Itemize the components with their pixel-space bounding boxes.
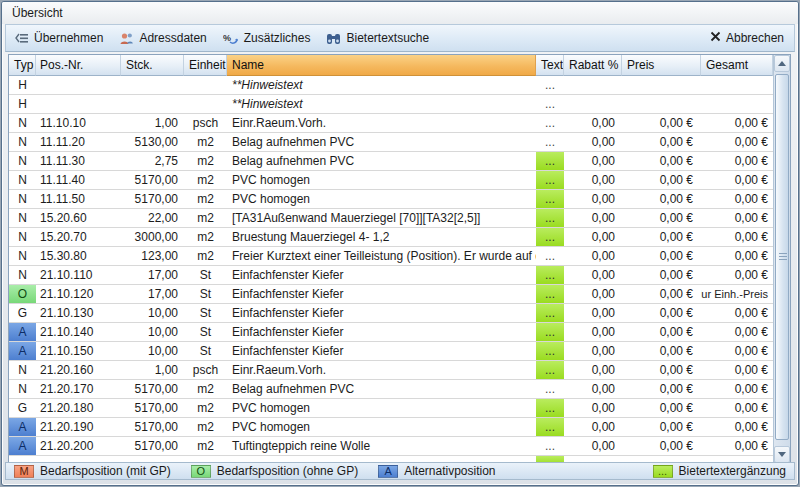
cell-name: Einfachfenster Kiefer	[227, 266, 536, 284]
cell-rabatt: 0,00	[564, 228, 622, 246]
cell-text[interactable]: ...	[536, 190, 564, 208]
cell-typ: N	[9, 133, 36, 151]
cell-gesamt: 0,00 €	[701, 418, 773, 436]
cell-name: Einr.Raeum.Vorh.	[227, 361, 536, 379]
zusaetzliches-button[interactable]: % Zusätzliches	[215, 28, 319, 48]
scroll-up-button[interactable]	[774, 55, 790, 72]
table-row[interactable]: N11.11.405170,00m2PVC homogen...0,000,00…	[9, 171, 773, 190]
column-header-einheit[interactable]: Einheit	[184, 55, 227, 76]
bietertextsuche-button[interactable]: Bietertextsuche	[318, 28, 437, 48]
name-text: Einr.Raeum.Vorh.	[232, 363, 326, 377]
cell-stck: 1,00	[121, 114, 184, 132]
column-header-typ[interactable]: Typ	[9, 55, 36, 76]
abbrechen-button[interactable]: Abbrechen	[700, 28, 794, 48]
cell-rabatt: 0,00	[564, 285, 622, 303]
cell-text[interactable]: ...	[536, 76, 564, 94]
cell-text[interactable]: ...	[536, 323, 564, 341]
cell-text[interactable]: ...	[536, 114, 564, 132]
cell-rabatt: 0,00	[564, 114, 622, 132]
typ-badge: A	[9, 437, 36, 455]
adressdaten-button[interactable]: Adressdaten	[111, 28, 214, 48]
table-row[interactable]: G21.10.13010,00StEinfachfenster Kiefer..…	[9, 304, 773, 323]
uebernehmen-button[interactable]: Übernehmen	[6, 28, 111, 48]
table-row[interactable]: N15.30.80123,00m2Freier Kurztext einer T…	[9, 247, 773, 266]
table-row[interactable]: N21.20.1601,00pschEinr.Raeum.Vorh....0,0…	[9, 361, 773, 380]
cell-einheit: m2	[184, 437, 227, 455]
cell-einheit: m2	[184, 190, 227, 208]
column-header-pos-nr[interactable]: Pos.-Nr.	[36, 55, 121, 76]
column-header-rabatt[interactable]: Rabatt %	[564, 55, 622, 76]
typ-badge: N	[9, 133, 36, 151]
cell-stck: 5170,00	[121, 190, 184, 208]
table-row[interactable]: A21.20.2005170,00m2Tuftingteppich reine …	[9, 437, 773, 456]
cell-preis: 0,00 €	[622, 133, 701, 151]
vertical-scrollbar[interactable]	[773, 55, 790, 463]
cell-text[interactable]: ...	[536, 266, 564, 284]
column-header-name[interactable]: Name	[227, 55, 536, 76]
column-header-gesamt[interactable]: Gesamt	[701, 55, 773, 76]
cell-text[interactable]: ...	[536, 304, 564, 322]
address-contact-icon	[119, 32, 134, 45]
scroll-down-button[interactable]	[774, 446, 790, 463]
cell-text[interactable]: ...	[536, 285, 564, 303]
table-row[interactable]: A21.10.15010,00StEinfachfenster Kiefer..…	[9, 342, 773, 361]
table-row[interactable]: O21.10.12017,00StEinfachfenster Kiefer..…	[9, 285, 773, 304]
binoculars-search-icon	[326, 32, 341, 45]
table-row[interactable]: N21.20.1705170,00m2Belag aufnehmen PVC..…	[9, 380, 773, 399]
cell-text[interactable]: ...	[536, 95, 564, 113]
cell-text[interactable]: ...	[536, 171, 564, 189]
column-header-preis[interactable]: Preis	[622, 55, 701, 76]
cell-typ: G	[9, 399, 36, 417]
arrow-down-icon	[778, 452, 786, 457]
table-row[interactable]: N11.11.505170,00m2PVC homogen...0,000,00…	[9, 190, 773, 209]
cell-text[interactable]: ...	[536, 437, 564, 455]
cell-text[interactable]: ...	[536, 418, 564, 436]
cell-text[interactable]: ...	[536, 361, 564, 379]
table-row[interactable]: N15.20.703000,00m2Bruestung Mauerziegel …	[9, 228, 773, 247]
table-row[interactable]: N11.11.205130,00m2Belag aufnehmen PVC...…	[9, 133, 773, 152]
cell-typ: A	[9, 418, 36, 436]
typ-badge: N	[9, 114, 36, 132]
scrollbar-thumb[interactable]	[775, 74, 789, 440]
cell-stck: 3000,00	[121, 228, 184, 246]
table-row[interactable]: A21.20.1905170,00m2PVC homogen...0,000,0…	[9, 418, 773, 437]
table-row[interactable]: N21.10.11017,00StEinfachfenster Kiefer..…	[9, 266, 773, 285]
cell-pos: 21.20.190	[36, 418, 121, 436]
uebernehmen-label: Übernehmen	[34, 31, 103, 45]
cell-text[interactable]: ...	[536, 209, 564, 227]
cell-text[interactable]: ...	[536, 399, 564, 417]
table-row[interactable]: G21.20.1805170,00m2PVC homogen...0,000,0…	[9, 399, 773, 418]
typ-badge: H	[9, 95, 36, 113]
cell-name: Belag aufnehmen PVC	[227, 133, 536, 151]
name-text: Einfachfenster Kiefer	[232, 325, 343, 339]
cell-gesamt: 0,00 €	[701, 266, 773, 284]
cell-einheit: m2	[184, 399, 227, 417]
table-row[interactable]: N11.10.101,00pschEinr.Raeum.Vorh....0,00…	[9, 114, 773, 133]
legend-a-badge: A	[378, 465, 398, 478]
table-row[interactable]: H**Hinweistext...	[9, 76, 773, 95]
table-row[interactable]: N15.20.6022,00m2[TA31Außenwand Mauerzieg…	[9, 209, 773, 228]
cell-rabatt: 0,00	[564, 133, 622, 151]
cell-rabatt: 0,00	[564, 304, 622, 322]
cell-text[interactable]: ...	[536, 133, 564, 151]
typ-badge: H	[9, 76, 36, 94]
cell-text[interactable]: ...	[536, 342, 564, 360]
cell-preis: 0,00 €	[622, 152, 701, 170]
column-header-stck[interactable]: Stck.	[121, 55, 184, 76]
column-header-text[interactable]: Text	[536, 55, 564, 76]
cell-preis: 0,00 €	[622, 418, 701, 436]
cell-text[interactable]: ...	[536, 152, 564, 170]
cell-text[interactable]: ...	[536, 380, 564, 398]
name-text: Freier Kurztext einer Teilleistung (Posi…	[232, 249, 536, 263]
typ-badge: O	[9, 285, 36, 303]
cell-preis: 0,00 €	[622, 437, 701, 455]
typ-badge: A	[9, 418, 36, 436]
table-row[interactable]: N11.11.302,75m2Belag aufnehmen PVC...0,0…	[9, 152, 773, 171]
table-row[interactable]: H**Hinweistext...	[9, 95, 773, 114]
abbrechen-label: Abbrechen	[726, 31, 784, 45]
name-text: PVC homogen	[232, 192, 310, 206]
cell-text[interactable]: ...	[536, 247, 564, 265]
cell-text[interactable]: ...	[536, 228, 564, 246]
typ-badge: N	[9, 190, 36, 208]
table-row[interactable]: A21.10.14010,00StEinfachfenster Kiefer..…	[9, 323, 773, 342]
